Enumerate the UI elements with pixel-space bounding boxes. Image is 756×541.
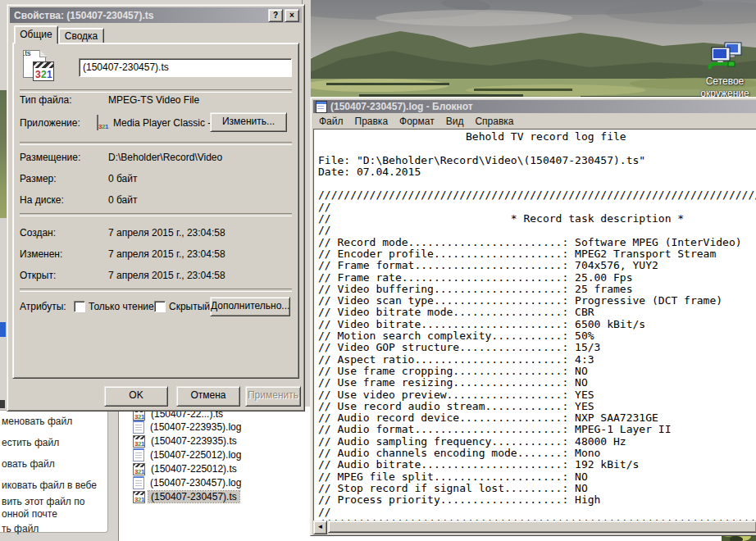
network-icon-label-line1: Сетевое <box>692 75 756 88</box>
ts-file-icon: 321 <box>133 491 145 503</box>
task-link-copy[interactable]: овать файл <box>2 458 55 470</box>
modified-value: 7 апреля 2015 г., 23:04:58 <box>108 248 225 260</box>
location-label: Размещение: <box>20 152 80 163</box>
tab-general[interactable]: Общие <box>14 25 58 44</box>
network-places-desktop-icon[interactable]: Сетевое окружение <box>699 41 751 105</box>
filename-input[interactable]: (150407-230457).ts <box>79 58 292 77</box>
task-link-email-line2[interactable]: онной почте <box>2 508 57 520</box>
size-label: Размер: <box>20 173 57 184</box>
file-row-selected[interactable]: 321 (150407-230457).ts <box>133 490 239 503</box>
scrollbar-thumb[interactable] <box>328 521 756 533</box>
properties-dialog: Свойства: (150407-230457).ts ? × Общие С… <box>7 4 305 411</box>
desktop-root: { "desktop": { "network_icon_label_line1… <box>0 0 756 541</box>
hidden-checkbox[interactable] <box>154 301 166 312</box>
desktop-wallpaper <box>310 0 756 103</box>
type-label: Тип файла: <box>20 94 72 106</box>
wallpaper-left-fragment <box>0 90 7 218</box>
attributes-label: Атрибуты: <box>20 301 66 312</box>
selected-item-fragment <box>0 322 6 337</box>
change-app-button[interactable]: Изменить... <box>210 112 287 132</box>
file-row[interactable]: (150407-230457).log <box>133 476 244 489</box>
separator <box>20 89 292 93</box>
menu-view[interactable]: Вид <box>440 116 470 127</box>
readonly-label: Только чтение <box>89 301 154 312</box>
horizontal-scrollbar[interactable]: ◄ <box>313 521 756 533</box>
task-link-delete[interactable]: ть файл <box>2 523 39 534</box>
help-button[interactable]: ? <box>268 9 283 22</box>
created-label: Создан: <box>20 227 56 239</box>
apply-button[interactable]: Применить <box>245 386 301 407</box>
text-fragment <box>0 400 5 408</box>
task-link-rename[interactable]: меновать файл <box>2 416 72 427</box>
menu-edit[interactable]: Правка <box>349 116 394 127</box>
app-value: Media Player Classic - <box>113 117 211 129</box>
separator <box>20 289 292 292</box>
created-value: 7 апреля 2015 г., 23:04:58 <box>108 227 225 239</box>
modified-label: Изменен: <box>20 248 62 260</box>
ts-file-icon: 321 <box>133 435 145 448</box>
opened-label: Открыт: <box>20 270 56 281</box>
ok-button[interactable]: OK <box>104 386 168 407</box>
separator <box>20 142 292 145</box>
network-monitors-icon <box>707 41 745 74</box>
size-value: 0 байт <box>108 173 137 184</box>
file-row[interactable]: 321 (150407-225012).ts <box>133 462 239 475</box>
notepad-text-area[interactable]: Behold TV record log file File: "D:\Beho… <box>313 129 756 521</box>
task-link-email-line1[interactable]: вить этот файл по <box>2 496 84 507</box>
notepad-menubar: Файл Правка Формат Вид Справка <box>313 114 756 129</box>
type-value: MPEG-TS Video File <box>108 94 199 106</box>
log-file-icon <box>133 448 144 461</box>
file-row[interactable]: 321 (150407-223935).ts <box>133 434 239 448</box>
log-file-icon <box>133 421 144 434</box>
scroll-left-icon[interactable]: ◄ <box>313 521 327 534</box>
file-row[interactable]: (150407-223935).log <box>133 421 244 434</box>
log-file-icon <box>133 476 144 489</box>
close-icon[interactable]: × <box>285 9 299 22</box>
advanced-button[interactable]: Дополнительно... <box>210 297 290 316</box>
location-value: D:\Beholder\Record\Video <box>108 152 222 163</box>
notepad-window: (150407-230457).log - Блокнот Файл Правк… <box>310 97 756 536</box>
disk-label: На диске: <box>20 194 64 206</box>
explorer-task-pane: меновать файл естить файл овать файл ико… <box>0 410 108 533</box>
general-tab-panel: .ts 3 2 1 (150407-230457).ts Тип файла: … <box>12 43 299 379</box>
ts-file-icon: 321 <box>133 463 145 475</box>
tab-summary[interactable]: Сводка <box>58 28 104 44</box>
hidden-label: Скрытый <box>169 301 210 312</box>
notepad-text: Behold TV record log file File: "D:\Beho… <box>314 130 756 521</box>
file-row[interactable]: (150407-225012).log <box>133 448 244 461</box>
ts-file-big-icon: .ts 3 2 1 <box>21 48 57 84</box>
separator <box>20 213 292 216</box>
notepad-app-icon <box>316 101 327 113</box>
task-link-move[interactable]: естить файл <box>2 437 59 448</box>
menu-help[interactable]: Справка <box>469 116 519 127</box>
menu-file[interactable]: Файл <box>313 116 349 127</box>
notepad-titlebar[interactable]: (150407-230457).log - Блокнот <box>313 100 756 113</box>
readonly-checkbox[interactable] <box>74 301 85 312</box>
cancel-button[interactable]: Отмена <box>176 386 240 407</box>
opened-value: 7 апреля 2015 г., 23:04:58 <box>108 270 225 281</box>
disk-value: 0 байт <box>108 194 137 206</box>
menu-format[interactable]: Формат <box>394 116 440 127</box>
properties-dialog-title: Свойства: (150407-230457).ts <box>14 10 268 21</box>
properties-dialog-titlebar[interactable]: Свойства: (150407-230457).ts ? × <box>10 7 302 23</box>
app-label: Приложение: <box>20 117 80 129</box>
media-player-classic-icon: 321 <box>97 115 98 130</box>
task-link-publish[interactable]: иковать файл в вебе <box>2 480 97 491</box>
notepad-title: (150407-230457).log - Блокнот <box>330 101 473 112</box>
